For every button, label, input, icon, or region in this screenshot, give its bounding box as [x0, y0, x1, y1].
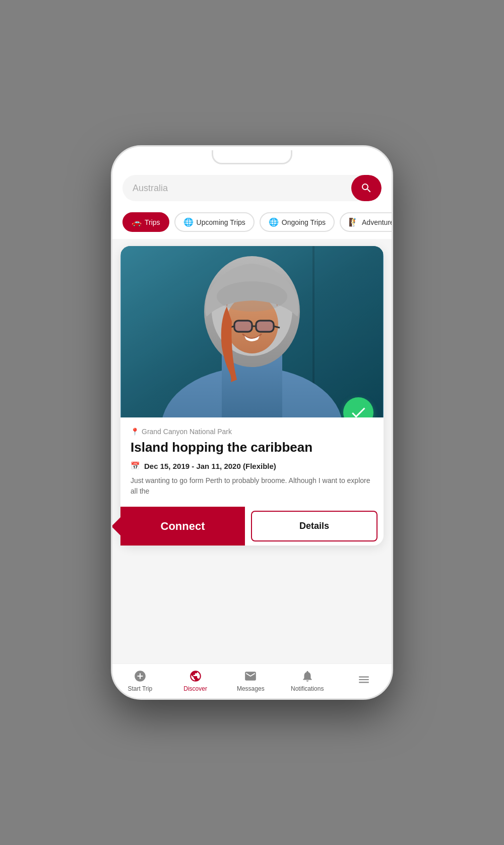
trip-card: 📍 Grand Canyon National Park Island hopp… — [120, 246, 384, 546]
search-input[interactable] — [122, 183, 351, 194]
trip-card-image — [120, 246, 384, 417]
nav-menu[interactable] — [349, 673, 379, 689]
tab-trips[interactable]: 🚗 Trips — [122, 212, 169, 232]
phone-frame: 🚗 Trips 🌐 Upcoming Trips 🌐 Ongoing Trips… — [111, 145, 393, 700]
messages-label: Messages — [237, 685, 265, 692]
globe-icon — [189, 670, 202, 683]
adventure-icon: 🧗 — [349, 217, 359, 227]
trip-dates: 📅 Dec 15, 2019 - Jan 11, 2020 (Flexible) — [131, 461, 373, 470]
location-pin-icon: 📍 — [131, 428, 139, 436]
bell-icon — [301, 670, 314, 683]
svg-point-16 — [217, 281, 287, 312]
phone-content: 🚗 Trips 🌐 Upcoming Trips 🌐 Ongoing Trips… — [112, 167, 392, 698]
search-area — [112, 167, 392, 207]
tab-adventure[interactable]: 🧗 Adventure — [340, 212, 392, 232]
tab-adventure-label: Adventure — [362, 218, 392, 226]
menu-icon — [357, 673, 371, 687]
connect-button[interactable]: Connect — [120, 507, 245, 546]
search-bar — [122, 175, 382, 201]
plus-circle-icon — [134, 670, 147, 683]
bottom-nav: Start Trip Discover Messages — [112, 663, 392, 698]
action-buttons: Connect Details — [120, 507, 384, 546]
details-button[interactable]: Details — [251, 511, 377, 541]
start-trip-label: Start Trip — [128, 685, 153, 692]
svg-rect-15 — [257, 321, 273, 331]
filter-tabs: 🚗 Trips 🌐 Upcoming Trips 🌐 Ongoing Trips… — [112, 207, 392, 239]
phone-notch — [112, 147, 392, 167]
search-icon — [360, 182, 372, 194]
svg-rect-14 — [235, 321, 251, 331]
messages-icon — [243, 669, 258, 683]
discover-label: Discover — [183, 685, 207, 692]
ongoing-icon: 🌐 — [269, 217, 279, 227]
trip-location: Grand Canyon National Park — [142, 428, 232, 436]
hamburger-icon — [357, 673, 370, 686]
dates-text: Dec 15, 2019 - Jan 11, 2020 (Flexible) — [144, 462, 276, 470]
notifications-label: Notifications — [291, 685, 324, 692]
checkmark-icon — [349, 403, 367, 417]
start-trip-icon — [133, 669, 147, 683]
upcoming-icon: 🌐 — [183, 217, 194, 227]
card-body: 📍 Grand Canyon National Park Island hopp… — [120, 417, 384, 507]
tab-trips-label: Trips — [145, 218, 160, 226]
tab-ongoing-label: Ongoing Trips — [282, 218, 326, 226]
trips-icon: 🚗 — [132, 217, 142, 227]
tab-upcoming[interactable]: 🌐 Upcoming Trips — [174, 212, 255, 232]
trip-photo — [120, 246, 384, 417]
notch-bump — [212, 150, 292, 164]
nav-discover[interactable]: Discover — [180, 669, 211, 692]
search-button[interactable] — [351, 175, 382, 201]
nav-start-trip[interactable]: Start Trip — [125, 669, 155, 692]
trip-title: Island hopping the caribbean — [131, 440, 373, 455]
calendar-icon: 📅 — [131, 461, 140, 470]
notifications-icon — [300, 669, 314, 683]
main-content: 📍 Grand Canyon National Park Island hopp… — [112, 239, 392, 663]
location-line: 📍 Grand Canyon National Park — [131, 428, 373, 436]
nav-notifications[interactable]: Notifications — [291, 669, 324, 692]
trip-description: Just wanting to go form Perth to probabl… — [131, 475, 373, 497]
nav-messages[interactable]: Messages — [235, 669, 266, 692]
envelope-icon — [244, 670, 257, 683]
tab-ongoing[interactable]: 🌐 Ongoing Trips — [260, 212, 335, 232]
discover-icon — [188, 669, 203, 683]
tab-upcoming-label: Upcoming Trips — [197, 218, 245, 226]
